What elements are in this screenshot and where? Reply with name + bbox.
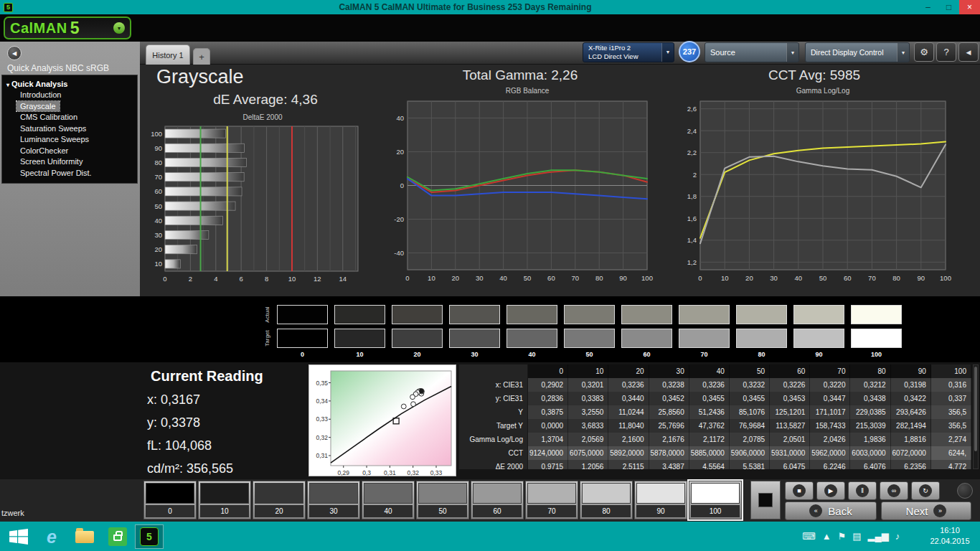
meter-mode: LCD Direct View xyxy=(588,52,661,61)
swatch-column-label: 60 xyxy=(621,351,672,358)
table-cell: 356,5 xyxy=(931,405,971,419)
sidebar-item-spectral-power-dist-[interactable]: Spectral Power Dist. xyxy=(17,168,95,179)
logo-dropdown-icon[interactable]: ▾ xyxy=(113,22,125,34)
svg-text:2: 2 xyxy=(693,171,697,179)
start-button[interactable] xyxy=(4,524,33,549)
patch-button-80[interactable]: 80 xyxy=(580,481,633,519)
svg-text:12: 12 xyxy=(314,275,321,283)
patch-label: 20 xyxy=(255,505,303,517)
sidebar-item-saturation-sweeps[interactable]: Saturation Sweeps xyxy=(17,123,90,134)
display-control-dropdown[interactable]: Direct Display Control ▼ xyxy=(805,42,910,62)
svg-text:1,2: 1,2 xyxy=(687,258,697,266)
panel-collapse-button[interactable]: ◀ xyxy=(958,42,979,62)
svg-text:70: 70 xyxy=(572,274,580,282)
patch-swatch xyxy=(309,483,358,504)
keyboard-icon[interactable]: ⌨ xyxy=(802,531,816,542)
flag-icon[interactable]: ⚑ xyxy=(838,531,847,542)
svg-text:-20: -20 xyxy=(394,215,404,223)
sidebar-item-screen-uniformity[interactable]: Screen Uniformity xyxy=(17,156,86,167)
patch-button-90[interactable]: 90 xyxy=(634,481,687,519)
table-cell: 0,3422 xyxy=(891,392,931,405)
table-col-header-40: 40 xyxy=(689,364,730,378)
svg-text:0: 0 xyxy=(405,274,409,282)
internet-explorer-button[interactable]: e xyxy=(37,524,66,549)
calman-icon: 5 xyxy=(140,527,159,546)
sidebar-item-colorchecker[interactable]: ColorChecker xyxy=(17,146,72,156)
scrollbar-thumb[interactable] xyxy=(974,367,977,451)
help-button[interactable]: ? xyxy=(936,42,956,62)
sidebar-item-grayscale[interactable]: Grayscale xyxy=(17,101,60,112)
reading-count-badge[interactable]: 237 xyxy=(679,41,700,62)
table-cell: 1,9836 xyxy=(850,433,890,446)
patch-button-40[interactable]: 40 xyxy=(362,481,415,519)
app-icon: 5 xyxy=(4,3,13,12)
patch-button-0[interactable]: 0 xyxy=(143,481,197,519)
table-col-header-0: 0 xyxy=(528,364,568,378)
pause-button[interactable]: ‖ xyxy=(848,481,877,500)
svg-text:10: 10 xyxy=(721,274,729,282)
tab-history-1[interactable]: History 1 xyxy=(146,44,190,65)
taskbar-clock[interactable]: 16:10 22.04.2015 xyxy=(923,525,977,547)
actual-swatch-60 xyxy=(621,305,672,324)
sidebar-item-introduction[interactable]: Introduction xyxy=(17,90,65,100)
svg-text:90: 90 xyxy=(154,144,162,152)
play-button[interactable]: ▶ xyxy=(816,481,845,500)
svg-text:0: 0 xyxy=(163,275,166,283)
table-cell: 0,3383 xyxy=(568,392,608,405)
tree-root-quick-analysis[interactable]: ▾Quick Analysis xyxy=(2,78,137,90)
network-icon[interactable]: ▂▄▆ xyxy=(868,531,889,542)
patch-button-30[interactable]: 30 xyxy=(307,481,360,519)
table-cell: 2,1600 xyxy=(608,433,649,446)
target-swatch-90 xyxy=(793,329,844,348)
patch-preview-button[interactable] xyxy=(750,481,781,519)
meter-dropdown[interactable]: X-Rite i1Pro 2 LCD Direct View ▼ xyxy=(583,42,674,62)
patch-button-70[interactable]: 70 xyxy=(525,481,578,519)
table-cell: 125,1201 xyxy=(770,405,810,419)
restore-button[interactable]: □ xyxy=(938,0,959,14)
sidebar-item-luminance-sweeps[interactable]: Luminance Sweeps xyxy=(17,134,93,145)
expander-icon[interactable]: ▾ xyxy=(6,82,9,88)
aux-round-button[interactable] xyxy=(957,483,973,499)
table-cell: 0,316 xyxy=(931,378,971,392)
store-button[interactable] xyxy=(103,524,132,549)
stop-button[interactable]: ■ xyxy=(785,481,814,500)
svg-text:0,35: 0,35 xyxy=(316,380,328,387)
display-icon[interactable]: ▤ xyxy=(852,531,861,542)
sidebar-item-cms-calibration[interactable]: CMS Calibration xyxy=(17,112,81,123)
patch-button-20[interactable]: 20 xyxy=(253,481,306,519)
refresh-button[interactable]: ↻ xyxy=(911,481,940,500)
patch-button-100[interactable]: 100 xyxy=(689,481,742,519)
patch-button-60[interactable]: 60 xyxy=(471,481,524,519)
back-button[interactable]: « Back xyxy=(785,501,877,520)
svg-text:2: 2 xyxy=(189,275,192,283)
calman-taskbar-button[interactable]: 5 xyxy=(135,524,164,549)
patch-swatch xyxy=(255,483,303,504)
file-explorer-button[interactable] xyxy=(70,524,99,549)
svg-text:50: 50 xyxy=(819,274,827,282)
close-button[interactable]: × xyxy=(959,0,980,14)
sidebar-collapse-button[interactable]: ◀ xyxy=(7,46,22,60)
infinity-icon: ∞ xyxy=(887,484,900,497)
rgb-balance-chart-title: RGB Balance xyxy=(406,87,649,95)
svg-text:10: 10 xyxy=(288,275,296,283)
patch-label: 0 xyxy=(146,505,194,517)
target-row-label: Target xyxy=(258,329,277,348)
svg-text:20: 20 xyxy=(154,245,162,253)
table-row-label: Y xyxy=(459,405,528,419)
svg-text:6: 6 xyxy=(240,275,243,283)
tab-add-button[interactable]: + xyxy=(193,48,210,65)
patch-button-10[interactable]: 10 xyxy=(198,481,251,519)
minimize-button[interactable]: – xyxy=(918,0,938,14)
volume-icon[interactable]: ♪ xyxy=(895,531,900,542)
settings-gear-button[interactable]: ⚙ xyxy=(914,42,934,62)
continuous-measure-button[interactable]: ∞ xyxy=(880,481,908,500)
table-cell: 0,0000 xyxy=(528,419,568,433)
next-button[interactable]: Next » xyxy=(881,501,971,520)
table-scrollbar[interactable] xyxy=(973,364,979,469)
chevron-up-icon[interactable]: ▲ xyxy=(822,531,831,542)
actual-swatch-90 xyxy=(793,305,844,324)
source-dropdown[interactable]: Source ▼ xyxy=(705,42,799,62)
svg-text:0: 0 xyxy=(698,274,702,282)
table-cell: 282,1494 xyxy=(891,419,931,433)
patch-button-50[interactable]: 50 xyxy=(416,481,469,519)
